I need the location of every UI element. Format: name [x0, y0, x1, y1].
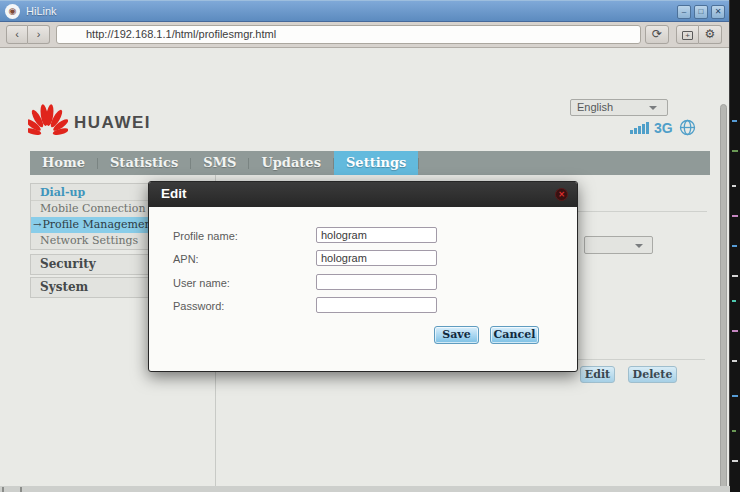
globe-icon: [679, 119, 696, 136]
selected-arrow-icon: →: [33, 219, 41, 230]
browser-tools: + ⚙: [676, 25, 722, 44]
bookmark-add-button[interactable]: +: [676, 25, 699, 44]
url-bar[interactable]: http://192.168.1.1/html/profilesmgr.html: [56, 25, 641, 44]
signal-bars-icon: [630, 122, 649, 136]
scrollbar-thumb[interactable]: [720, 104, 727, 486]
user-name-label: User name:: [173, 277, 230, 289]
bookmark-add-icon: +: [682, 31, 693, 40]
connection-status: 3G: [630, 119, 696, 136]
chevron-down-icon: [649, 106, 657, 110]
nav-separator: [418, 158, 419, 169]
save-button[interactable]: Save: [434, 326, 479, 344]
brand-name: HUAWEI: [74, 113, 151, 133]
window-title: HiLink: [26, 5, 57, 17]
url-text: http://192.168.1.1/html/profilesmgr.html: [86, 28, 276, 40]
profile-name-field[interactable]: [316, 227, 437, 243]
nav-item-statistics[interactable]: Statistics: [98, 151, 190, 175]
nav-item-updates[interactable]: Updates: [249, 151, 333, 175]
close-button[interactable]: ✕: [711, 5, 725, 19]
minimize-button[interactable]: –: [677, 5, 691, 19]
nav-item-home[interactable]: Home: [30, 151, 97, 175]
menu-button[interactable]: ⚙: [699, 25, 722, 44]
browser-toolbar: ‹ › http://192.168.1.1/html/profilesmgr.…: [0, 22, 729, 48]
edge-mark: [2, 487, 4, 492]
chevron-down-icon: [635, 244, 643, 248]
desktop-edge: [0, 487, 730, 492]
apn-field[interactable]: [316, 250, 437, 266]
main-nav: Home Statistics SMS Updates Settings: [30, 151, 710, 175]
huawei-logo-icon: [28, 103, 68, 141]
desktop: ◉ HiLink – □ ✕ ‹ › http://192.168.1.1/ht…: [0, 0, 740, 492]
profile-name-label: Profile name:: [173, 230, 238, 242]
dialog-title: Edit: [161, 186, 187, 201]
password-label: Password:: [173, 300, 224, 312]
gear-icon: ⚙: [705, 27, 716, 41]
edit-button[interactable]: Edit: [580, 366, 615, 383]
sidebar-item-label: Profile Management: [42, 218, 156, 231]
hilink-app-icon: ◉: [5, 4, 20, 19]
nav-item-settings[interactable]: Settings: [334, 151, 418, 175]
edit-dialog: Edit ✕ Profile name: APN: User name: Pas…: [148, 181, 578, 372]
forward-button[interactable]: ›: [28, 25, 50, 44]
delete-button[interactable]: Delete: [628, 366, 677, 383]
edge-mark: [20, 487, 22, 492]
window-titlebar[interactable]: ◉ HiLink – □ ✕: [0, 0, 729, 22]
apn-label: APN:: [173, 253, 199, 265]
dialog-close-icon[interactable]: ✕: [555, 188, 568, 201]
back-button[interactable]: ‹: [6, 25, 28, 44]
nav-item-sms[interactable]: SMS: [191, 151, 248, 175]
network-type-badge: 3G: [654, 120, 673, 136]
password-field[interactable]: [316, 297, 437, 313]
maximize-button[interactable]: □: [694, 5, 708, 19]
profile-select[interactable]: [584, 236, 653, 254]
user-name-field[interactable]: [316, 274, 437, 290]
window-controls: – □ ✕: [677, 5, 725, 19]
cancel-button[interactable]: Cancel: [490, 326, 539, 344]
background-terminal-window: [730, 0, 740, 492]
history-buttons: ‹ ›: [6, 25, 50, 44]
language-select-value: English: [577, 101, 613, 113]
reload-button[interactable]: ⟳: [645, 25, 669, 44]
sidebar-group-label: Dial-up: [40, 186, 85, 199]
language-select[interactable]: English: [570, 99, 668, 116]
edit-dialog-header[interactable]: Edit ✕: [149, 182, 577, 207]
